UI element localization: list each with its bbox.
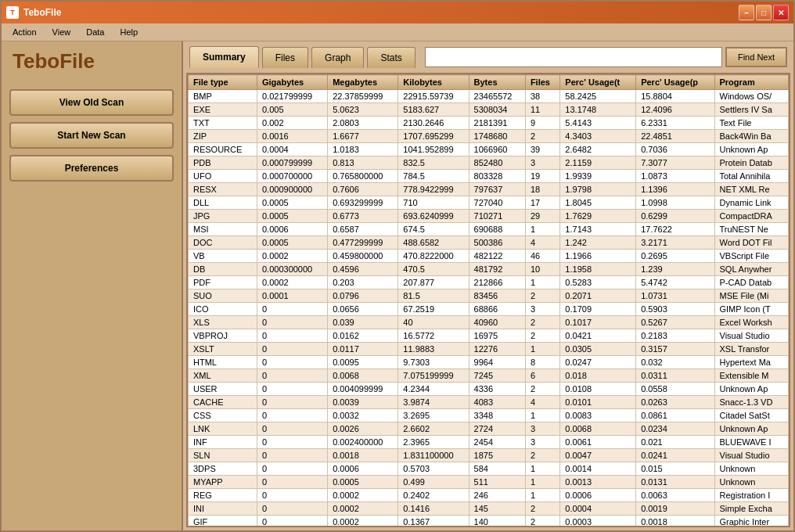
table-cell: Simple Excha — [714, 502, 789, 516]
table-cell: 0 — [257, 383, 327, 396]
table-cell: 0.0005 — [328, 476, 398, 489]
table-row: PDF0.00020.203207.87721286610.52835.4742… — [189, 276, 789, 289]
table-cell: INF — [189, 436, 257, 449]
table-cell: CACHE — [189, 396, 257, 409]
table-cell: 0.021799999 — [257, 90, 327, 103]
table-cell: 0.000900000 — [257, 183, 327, 196]
table-row: DOC0.00050.477299999488.658250038641.242… — [189, 236, 789, 250]
app-icon: T — [6, 6, 19, 19]
table-cell: EXE — [189, 103, 257, 117]
find-next-button[interactable]: Find Next — [725, 47, 787, 67]
table-cell: Unknown Ap — [714, 383, 789, 396]
close-button[interactable]: ✕ — [773, 5, 789, 20]
table-cell: 5308034 — [469, 103, 525, 117]
window-title: TeboFile — [23, 7, 61, 18]
table-cell: XML — [189, 369, 257, 383]
menu-view[interactable]: View — [45, 25, 79, 39]
table-cell: GIF — [189, 516, 257, 528]
data-table-container[interactable]: File type Gigabytes Megabytes Kilobytes … — [186, 73, 790, 527]
table-row: BMP0.02179999922.3785999922915.597392346… — [189, 90, 789, 103]
table-cell: 1.7629 — [560, 210, 636, 223]
table-cell: 2181391 — [469, 117, 525, 130]
table-row: CACHE00.00393.9874408340.01010.0263Snacc… — [189, 396, 789, 409]
table-cell: 0.5283 — [560, 276, 636, 289]
table-row: RESX0.0009000000.7606778.942299979763718… — [189, 183, 789, 196]
table-cell: 22.4851 — [636, 130, 714, 143]
table-cell: 0.0421 — [560, 329, 636, 343]
data-table: File type Gigabytes Megabytes Kilobytes … — [188, 74, 789, 527]
table-cell: DB — [189, 263, 257, 276]
table-cell: LNK — [189, 422, 257, 436]
table-cell: 0.021 — [636, 436, 714, 449]
table-cell: 23465572 — [469, 90, 525, 103]
table-cell: 0.032 — [636, 356, 714, 369]
table-row: ICO00.065667.25196886630.17090.5903GIMP … — [189, 303, 789, 316]
table-cell: 2724 — [469, 422, 525, 436]
table-cell: 16.5772 — [398, 329, 469, 343]
tab-graph[interactable]: Graph — [311, 47, 364, 68]
table-cell: 18 — [525, 183, 559, 196]
table-cell: 9.7303 — [398, 356, 469, 369]
table-cell: Unknown Ap — [714, 422, 789, 436]
table-cell: 13.1748 — [560, 103, 636, 117]
table-cell: 4.2344 — [398, 383, 469, 396]
table-cell: 0 — [257, 449, 327, 462]
table-cell: 0.499 — [398, 476, 469, 489]
table-cell: 0.0263 — [636, 396, 714, 409]
table-cell: MSE File (Mi — [714, 289, 789, 303]
table-cell: 0.5267 — [636, 316, 714, 329]
table-cell: 1 — [525, 462, 559, 476]
table-cell: 0.0002 — [328, 489, 398, 502]
table-cell: 0 — [257, 409, 327, 422]
toolbar: Summary Files Graph Stats Find Next — [183, 41, 793, 73]
table-cell: 2 — [525, 289, 559, 303]
table-cell: 0.0068 — [560, 422, 636, 436]
table-cell: 19 — [525, 170, 559, 183]
table-cell: 0.0005 — [257, 210, 327, 223]
table-cell: 212866 — [469, 276, 525, 289]
table-cell: 0.0002 — [257, 276, 327, 289]
table-cell: 0.2695 — [636, 250, 714, 263]
col-header-kilobytes: Kilobytes — [398, 75, 469, 90]
table-cell: 0.0005 — [257, 196, 327, 210]
start-new-scan-button[interactable]: Start New Scan — [9, 122, 174, 149]
search-input[interactable] — [425, 47, 722, 67]
menu-action[interactable]: Action — [5, 25, 45, 39]
col-header-perc-usage-p: Perc' Usage(p — [636, 75, 714, 90]
tab-files[interactable]: Files — [262, 47, 308, 68]
table-cell: 778.9422999 — [398, 183, 469, 196]
table-cell: 2 — [525, 502, 559, 516]
table-cell: 0.0108 — [560, 383, 636, 396]
table-cell: 1.1966 — [560, 250, 636, 263]
tab-stats[interactable]: Stats — [367, 47, 415, 68]
minimize-button[interactable]: – — [739, 5, 754, 20]
table-cell: 1.0731 — [636, 289, 714, 303]
table-cell: 0.015 — [636, 462, 714, 476]
table-row: UFO0.0007000000.765800000784.5803328191.… — [189, 170, 789, 183]
table-row: DLL0.00050.693299999710727040171.80451.0… — [189, 196, 789, 210]
table-cell: 9 — [525, 117, 559, 130]
menu-data[interactable]: Data — [78, 25, 112, 39]
view-old-scan-button[interactable]: View Old Scan — [9, 89, 174, 116]
maximize-button[interactable]: □ — [756, 5, 772, 20]
table-cell: TruNEST Ne — [714, 223, 789, 236]
menu-help[interactable]: Help — [112, 25, 146, 39]
table-cell: 3.2171 — [636, 236, 714, 250]
preferences-button[interactable]: Preferences — [9, 155, 174, 182]
tab-summary[interactable]: Summary — [189, 46, 259, 68]
table-cell: 0.000300000 — [257, 263, 327, 276]
table-cell: 511 — [469, 476, 525, 489]
table-cell: 0.0006 — [328, 462, 398, 476]
table-cell: 6 — [525, 369, 559, 383]
table-cell: VB — [189, 250, 257, 263]
table-cell: 3.9874 — [398, 396, 469, 409]
table-cell: 0.0002 — [257, 250, 327, 263]
table-cell: Graphic Inter — [714, 516, 789, 528]
table-row: INI00.00020.141614520.00040.0019Simple E… — [189, 502, 789, 516]
table-cell: 3 — [525, 422, 559, 436]
table-cell: SQL Anywher — [714, 263, 789, 276]
table-cell: 7245 — [469, 369, 525, 383]
table-cell: 0.0018 — [636, 516, 714, 528]
table-cell: XSLT — [189, 343, 257, 356]
table-cell: 690688 — [469, 223, 525, 236]
